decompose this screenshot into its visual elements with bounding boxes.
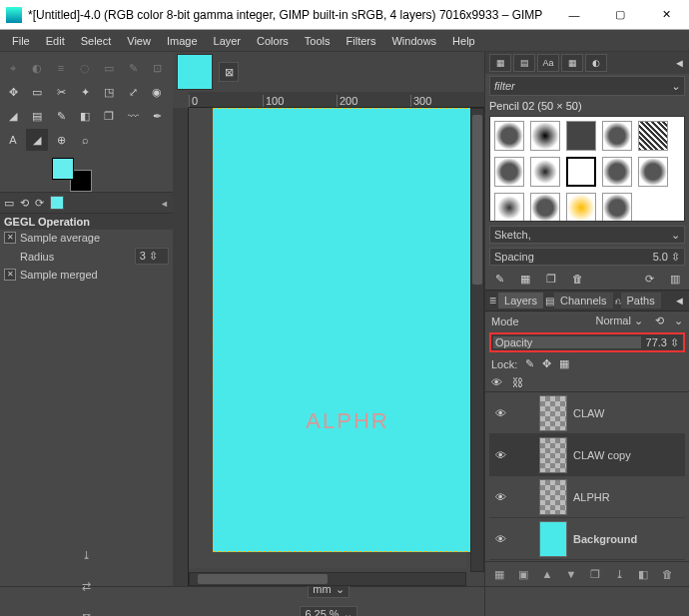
menu-layer[interactable]: Layer: [206, 33, 250, 49]
layer-row[interactable]: 👁 CLAW: [489, 392, 685, 434]
crop-tool[interactable]: ◳: [98, 81, 120, 103]
dock-tab-icon[interactable]: ▭: [4, 197, 14, 210]
sample-merged-checkbox[interactable]: ✕: [4, 269, 16, 281]
channels-tab[interactable]: Channels: [554, 293, 612, 308]
fonts-tab-icon[interactable]: Aa: [537, 54, 559, 72]
brush-edit-icon[interactable]: ✎: [489, 270, 509, 288]
image-tab-close[interactable]: ⊠: [219, 62, 239, 82]
revert-icon[interactable]: ⇄: [76, 580, 98, 593]
tool-generic[interactable]: ◌: [74, 57, 96, 79]
fg-color[interactable]: [52, 158, 74, 180]
warp-tool[interactable]: ◉: [146, 81, 168, 103]
lock-pixels-icon[interactable]: ✎: [525, 357, 534, 370]
brush-filter-input[interactable]: filter ⌄: [489, 76, 685, 96]
dock-menu-button[interactable]: ◄: [674, 295, 685, 307]
brushes-tab-icon[interactable]: ▦: [489, 54, 511, 72]
layers-tab[interactable]: Layers: [498, 293, 543, 308]
bucket-fill-tool[interactable]: ◢: [2, 105, 24, 127]
brush-dup-icon[interactable]: ❐: [541, 270, 561, 288]
layer-name[interactable]: CLAW: [573, 407, 683, 419]
layer-new-icon[interactable]: ▦: [489, 565, 509, 583]
color-swatch[interactable]: [52, 158, 92, 192]
mode-menu-icon[interactable]: ⌄: [674, 314, 683, 327]
brush-refresh-icon[interactable]: ⟳: [639, 270, 659, 288]
rect-select-tool[interactable]: ▭: [26, 81, 48, 103]
dock-menu-button[interactable]: ◄: [674, 57, 685, 69]
layer-down-icon[interactable]: ▼: [561, 565, 581, 583]
brush-grid[interactable]: [489, 116, 685, 222]
menu-help[interactable]: Help: [444, 33, 483, 49]
menu-colors[interactable]: Colors: [249, 33, 297, 49]
scrollbar-horizontal[interactable]: [189, 572, 466, 586]
smudge-tool[interactable]: 〰: [122, 105, 144, 127]
layer-name[interactable]: Background: [573, 533, 683, 545]
layer-merge-icon[interactable]: ⤓: [609, 565, 629, 583]
layer-name[interactable]: CLAW copy: [573, 449, 683, 461]
scrollbar-vertical[interactable]: [470, 108, 484, 572]
layer-group-icon[interactable]: ▣: [513, 565, 533, 583]
layer-visibility-toggle[interactable]: 👁: [491, 491, 509, 503]
canvas[interactable]: ALPHR: [213, 108, 482, 552]
dock-menu-button[interactable]: [160, 197, 169, 209]
other-tab-icon[interactable]: ◐: [585, 54, 607, 72]
layer-delete-icon[interactable]: 🗑: [657, 565, 677, 583]
menu-file[interactable]: File: [4, 33, 38, 49]
dock-tab-icon[interactable]: ⟳: [35, 197, 44, 210]
brush-new-icon[interactable]: ▦: [515, 270, 535, 288]
lock-alpha-icon[interactable]: ▦: [559, 357, 569, 370]
tool-generic[interactable]: ✎: [122, 57, 144, 79]
move-tool[interactable]: ✥: [2, 81, 24, 103]
save-icon[interactable]: ⤓: [76, 549, 98, 562]
free-select-tool[interactable]: ✂: [50, 81, 72, 103]
tool-generic[interactable]: ⌖: [2, 57, 24, 79]
patterns-tab-icon[interactable]: ▤: [513, 54, 535, 72]
tool-generic[interactable]: ⊡: [146, 57, 168, 79]
layer-name[interactable]: ALPHR: [573, 491, 683, 503]
tool-generic[interactable]: ◐: [26, 57, 48, 79]
layer-row[interactable]: 👁 Background: [489, 518, 685, 560]
text-tool[interactable]: A: [2, 129, 24, 151]
layer-dup-icon[interactable]: ❐: [585, 565, 605, 583]
layer-visibility-toggle[interactable]: 👁: [491, 407, 509, 419]
menu-edit[interactable]: Edit: [38, 33, 73, 49]
layer-up-icon[interactable]: ▲: [537, 565, 557, 583]
eraser-tool[interactable]: ◧: [74, 105, 96, 127]
layer-row[interactable]: 👁 ALPHR: [489, 476, 685, 518]
zoom-tool[interactable]: ⌕: [74, 129, 96, 151]
tool-generic[interactable]: ▭: [98, 57, 120, 79]
layer-visibility-toggle[interactable]: 👁: [491, 533, 509, 545]
brush-spacing-slider[interactable]: Spacing 5.0 ⇳: [489, 248, 685, 266]
brush-del-icon[interactable]: 🗑: [567, 270, 587, 288]
menu-filters[interactable]: Filters: [339, 33, 384, 49]
rotate-tool[interactable]: ⤢: [122, 81, 144, 103]
lock-position-icon[interactable]: ✥: [542, 357, 551, 370]
menu-tools[interactable]: Tools: [297, 33, 339, 49]
menu-view[interactable]: View: [119, 33, 159, 49]
window-close-button[interactable]: ✕: [643, 0, 689, 30]
layer-mask-icon[interactable]: ◧: [633, 565, 653, 583]
brush-open-icon[interactable]: ▥: [665, 270, 685, 288]
window-minimize-button[interactable]: —: [551, 0, 597, 30]
menu-windows[interactable]: Windows: [383, 33, 444, 49]
paths-tab[interactable]: Paths: [621, 293, 661, 308]
image-tab-thumb[interactable]: [177, 54, 213, 90]
layer-row[interactable]: 👁 CLAW copy: [489, 434, 685, 476]
path-tool[interactable]: ✒: [146, 105, 168, 127]
pencil-tool[interactable]: ✎: [50, 105, 72, 127]
window-maximize-button[interactable]: ▢: [597, 0, 643, 30]
color-picker-tool[interactable]: ◢: [26, 129, 48, 151]
ruler-vertical[interactable]: [173, 108, 189, 586]
measure-tool[interactable]: ⊕: [50, 129, 72, 151]
gradient-tool[interactable]: ▤: [26, 105, 48, 127]
mode-select[interactable]: Normal ⌄: [595, 314, 643, 327]
dock-tab-icon[interactable]: ⟲: [20, 197, 29, 210]
dock-tab-color-icon[interactable]: [50, 196, 64, 210]
zoom-select[interactable]: 6.25 % ⌄: [300, 606, 356, 617]
tool-generic[interactable]: ≡: [50, 57, 72, 79]
history-tab-icon[interactable]: ▦: [561, 54, 583, 72]
clone-tool[interactable]: ❐: [98, 105, 120, 127]
sample-average-checkbox[interactable]: ✕: [4, 232, 16, 244]
brush-category-select[interactable]: Sketch, ⌄: [489, 226, 685, 244]
menu-select[interactable]: Select: [73, 33, 120, 49]
mode-reset-icon[interactable]: ⟲: [655, 314, 664, 327]
